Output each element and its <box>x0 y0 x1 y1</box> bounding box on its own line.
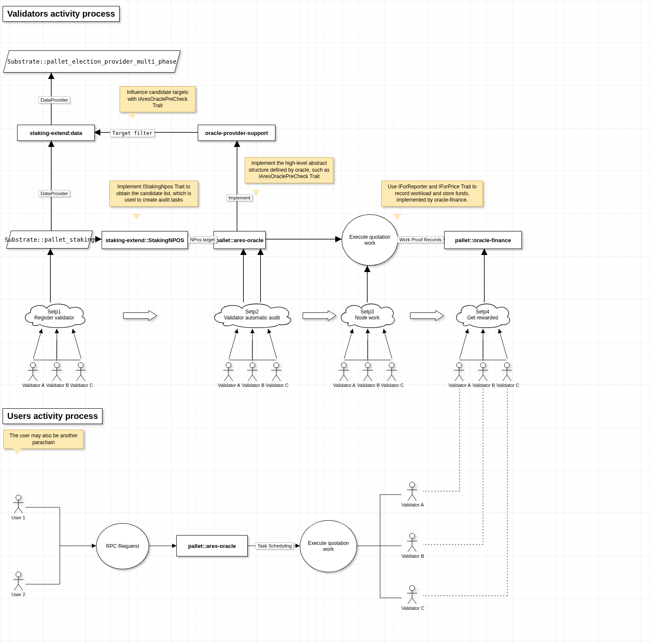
svg-line-63 <box>76 375 81 381</box>
block-arrow-2 <box>302 310 337 321</box>
actor-va-bottom: Validator A <box>401 482 423 507</box>
actor-vc-1: Validator C <box>70 362 91 388</box>
actor-vc-bottom: Validator C <box>401 585 423 611</box>
actor-vb-3: Validator B <box>357 362 378 388</box>
svg-line-124 <box>412 495 416 501</box>
svg-point-110 <box>16 495 21 500</box>
circle-rpc-request: RPC Requerst <box>96 523 149 569</box>
actor-vc-3: Validator C <box>381 362 402 388</box>
actor-va-1: Validator A <box>22 362 44 388</box>
svg-line-73 <box>248 375 252 381</box>
edge-npos-target: NPos target <box>188 236 217 243</box>
edge-implement: Implement <box>226 194 252 201</box>
box-staking-extend-data: staking-extend:data <box>17 125 95 141</box>
svg-line-93 <box>387 375 392 381</box>
svg-line-74 <box>252 375 257 381</box>
svg-line-68 <box>224 375 228 381</box>
svg-line-30 <box>499 329 507 359</box>
svg-line-25 <box>384 329 392 359</box>
svg-line-78 <box>272 375 276 381</box>
svg-point-100 <box>480 363 486 368</box>
svg-point-85 <box>365 363 370 368</box>
svg-point-95 <box>457 363 462 368</box>
svg-point-115 <box>16 572 21 577</box>
svg-line-123 <box>408 495 412 501</box>
actor-va-3: Validator A <box>333 362 354 388</box>
svg-line-84 <box>344 375 348 381</box>
title-validators: Validators activity process <box>3 6 120 22</box>
svg-line-20 <box>268 329 277 359</box>
svg-line-108 <box>503 375 507 381</box>
circle-exec-quote-top: Execute quotation work <box>342 214 398 266</box>
svg-line-98 <box>455 375 459 381</box>
svg-line-94 <box>392 375 396 381</box>
svg-line-13 <box>33 329 42 359</box>
cloud-step4: Setp4Get rewarded <box>453 302 512 328</box>
edge-target-filter: Target filter <box>110 129 155 137</box>
note-user-parachain: The user may also be another parachain <box>3 430 84 449</box>
block-arrow-1 <box>123 310 157 321</box>
note-influence: Influence candidate targets with IAresOr… <box>120 86 196 112</box>
svg-line-119 <box>18 584 23 590</box>
svg-line-54 <box>33 375 37 381</box>
svg-line-109 <box>507 375 511 381</box>
svg-line-134 <box>412 598 416 604</box>
svg-line-104 <box>483 375 487 381</box>
svg-point-55 <box>54 363 59 368</box>
svg-line-58 <box>53 375 57 381</box>
actor-user2: User 2 <box>8 571 29 597</box>
svg-line-79 <box>276 375 281 381</box>
actor-vc-4: Validator C <box>496 362 518 388</box>
edge-dataprovider-2: DataProvider <box>38 190 70 197</box>
svg-line-118 <box>14 584 18 590</box>
svg-line-114 <box>18 507 23 513</box>
title-users: Users activity process <box>3 408 102 424</box>
box-ares-oracle-top: pallet::ares-oracle <box>214 231 266 249</box>
note-use-ifor: Use IForReporter and IForPrice Trait to … <box>381 181 483 207</box>
svg-line-88 <box>363 375 368 381</box>
box-staking-npos: staking-extend::StakingNPOS <box>102 231 188 249</box>
svg-point-130 <box>410 585 415 591</box>
svg-line-83 <box>340 375 344 381</box>
svg-line-89 <box>368 375 372 381</box>
svg-line-59 <box>57 375 61 381</box>
svg-point-80 <box>341 363 346 368</box>
svg-point-65 <box>226 363 231 368</box>
actor-vb-4: Validator B <box>472 362 494 388</box>
box-oracle-provider-support: oracle-provider-support <box>198 125 275 141</box>
svg-line-28 <box>460 329 468 359</box>
svg-line-129 <box>412 546 416 552</box>
svg-point-75 <box>274 363 279 368</box>
cloud-step2: Setp2Validator automatic audit <box>209 302 295 328</box>
svg-line-18 <box>229 329 237 359</box>
svg-line-133 <box>408 598 412 604</box>
note-implement-oracle: Implement the high-level abstract struct… <box>245 157 334 183</box>
svg-line-103 <box>479 375 483 381</box>
actor-vc-2: Validator C <box>266 362 287 388</box>
svg-line-69 <box>228 375 233 381</box>
cloud-step3: Setp3Node work <box>337 302 397 328</box>
svg-line-128 <box>408 546 412 552</box>
actor-va-2: Validator A <box>218 362 239 388</box>
svg-point-50 <box>30 363 35 368</box>
svg-line-99 <box>459 375 463 381</box>
svg-point-90 <box>389 363 394 368</box>
edge-task-scheduling: Task Scheduling <box>255 542 294 549</box>
actor-vb-2: Validator B <box>242 362 263 388</box>
block-arrow-3 <box>410 310 444 321</box>
svg-point-125 <box>410 533 415 539</box>
actor-vb-1: Validator B <box>46 362 67 388</box>
actor-user1: User 1 <box>8 495 29 520</box>
svg-line-23 <box>344 329 353 359</box>
svg-line-53 <box>29 375 33 381</box>
box-epmp: Substrate::pallet_election_provider_mult… <box>3 50 181 73</box>
svg-point-70 <box>250 363 255 368</box>
actor-va-4: Validator A <box>448 362 470 388</box>
svg-line-113 <box>14 507 18 513</box>
box-ares-oracle-bottom: pallet::ares-oracle <box>176 535 248 556</box>
svg-line-15 <box>73 329 81 359</box>
box-pallet-staking: Substrate::pallet_staking <box>6 231 93 249</box>
svg-point-105 <box>504 363 509 368</box>
edge-work-proof: Work Proof Records <box>397 236 444 243</box>
edge-dataprovider-1: DataProvider <box>38 97 70 103</box>
